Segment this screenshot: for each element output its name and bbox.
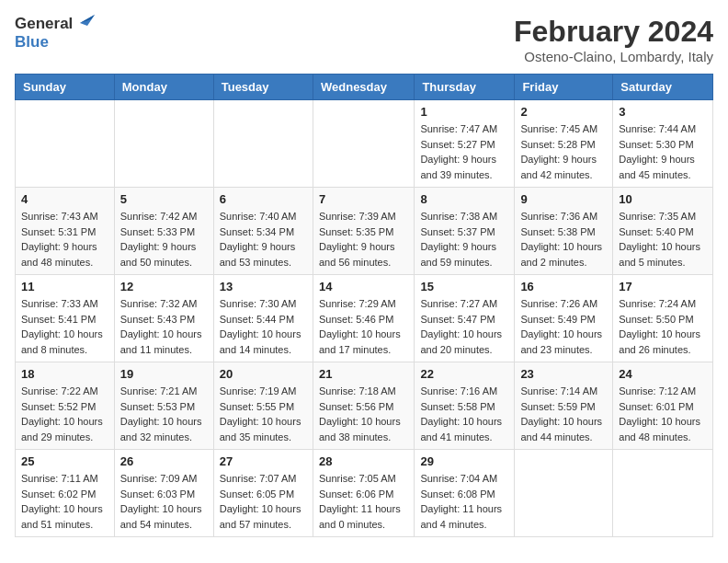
day-number: 29	[420, 454, 508, 468]
calendar-header-row: SundayMondayTuesdayWednesdayThursdayFrid…	[16, 75, 713, 100]
day-number: 14	[319, 280, 408, 293]
day-info: Sunrise: 7:18 AM Sunset: 5:56 PM Dayligh…	[319, 384, 408, 444]
day-number: 13	[220, 280, 307, 293]
calendar-cell: 9Sunrise: 7:36 AM Sunset: 5:38 PM Daylig…	[515, 188, 613, 275]
day-number: 3	[619, 105, 707, 119]
day-info: Sunrise: 7:24 AM Sunset: 5:50 PM Dayligh…	[619, 296, 707, 357]
page-subtitle: Osteno-Claino, Lombardy, Italy	[514, 49, 713, 64]
day-number: 1	[420, 105, 508, 119]
weekday-header-sunday: Sunday	[16, 75, 115, 100]
day-number: 26	[120, 454, 208, 468]
day-number: 12	[120, 280, 208, 293]
calendar-cell: 28Sunrise: 7:05 AM Sunset: 6:06 PM Dayli…	[313, 450, 414, 537]
calendar-cell: 16Sunrise: 7:26 AM Sunset: 5:49 PM Dayli…	[515, 275, 613, 362]
calendar-cell	[613, 450, 713, 537]
day-number: 25	[21, 454, 108, 468]
calendar-cell: 17Sunrise: 7:24 AM Sunset: 5:50 PM Dayli…	[613, 275, 713, 362]
calendar-cell: 18Sunrise: 7:22 AM Sunset: 5:52 PM Dayli…	[16, 362, 115, 450]
logo-general-text: General	[15, 15, 73, 33]
day-number: 19	[120, 367, 208, 381]
day-number: 16	[520, 280, 607, 293]
day-number: 7	[319, 192, 408, 206]
day-info: Sunrise: 7:26 AM Sunset: 5:49 PM Dayligh…	[520, 296, 607, 357]
day-number: 15	[420, 280, 508, 293]
day-info: Sunrise: 7:36 AM Sunset: 5:38 PM Dayligh…	[520, 209, 607, 270]
logo: General Blue	[15, 15, 95, 52]
calendar-cell: 6Sunrise: 7:40 AM Sunset: 5:34 PM Daylig…	[213, 188, 313, 275]
logo-blue-text: Blue	[15, 33, 49, 51]
calendar-week-row: 11Sunrise: 7:33 AM Sunset: 5:41 PM Dayli…	[16, 275, 713, 362]
day-info: Sunrise: 7:38 AM Sunset: 5:37 PM Dayligh…	[420, 209, 508, 270]
calendar-cell: 25Sunrise: 7:11 AM Sunset: 6:02 PM Dayli…	[16, 450, 115, 537]
weekday-header-wednesday: Wednesday	[313, 75, 414, 100]
day-number: 10	[619, 192, 707, 206]
calendar-cell: 11Sunrise: 7:33 AM Sunset: 5:41 PM Dayli…	[16, 275, 115, 362]
weekday-header-monday: Monday	[114, 75, 213, 100]
day-info: Sunrise: 7:14 AM Sunset: 5:59 PM Dayligh…	[520, 384, 607, 444]
calendar-cell	[114, 100, 213, 188]
calendar-cell	[515, 450, 613, 537]
day-number: 21	[319, 367, 408, 381]
calendar-week-row: 1Sunrise: 7:47 AM Sunset: 5:27 PM Daylig…	[16, 100, 713, 188]
day-info: Sunrise: 7:33 AM Sunset: 5:41 PM Dayligh…	[21, 296, 108, 357]
calendar-cell	[213, 100, 313, 188]
calendar-cell	[313, 100, 414, 188]
calendar-cell: 5Sunrise: 7:42 AM Sunset: 5:33 PM Daylig…	[114, 188, 213, 275]
calendar-cell: 14Sunrise: 7:29 AM Sunset: 5:46 PM Dayli…	[313, 275, 414, 362]
day-number: 6	[220, 192, 307, 206]
day-info: Sunrise: 7:29 AM Sunset: 5:46 PM Dayligh…	[319, 296, 408, 357]
day-info: Sunrise: 7:12 AM Sunset: 6:01 PM Dayligh…	[619, 384, 707, 444]
day-info: Sunrise: 7:11 AM Sunset: 6:02 PM Dayligh…	[21, 471, 108, 532]
calendar-week-row: 18Sunrise: 7:22 AM Sunset: 5:52 PM Dayli…	[16, 362, 713, 450]
calendar-cell: 1Sunrise: 7:47 AM Sunset: 5:27 PM Daylig…	[415, 100, 515, 188]
day-number: 17	[619, 280, 707, 293]
day-info: Sunrise: 7:22 AM Sunset: 5:52 PM Dayligh…	[21, 384, 108, 444]
day-info: Sunrise: 7:30 AM Sunset: 5:44 PM Dayligh…	[220, 296, 307, 357]
calendar-cell: 7Sunrise: 7:39 AM Sunset: 5:35 PM Daylig…	[313, 188, 414, 275]
calendar-cell: 29Sunrise: 7:04 AM Sunset: 6:08 PM Dayli…	[415, 450, 515, 537]
day-info: Sunrise: 7:35 AM Sunset: 5:40 PM Dayligh…	[619, 209, 707, 270]
calendar-cell: 13Sunrise: 7:30 AM Sunset: 5:44 PM Dayli…	[213, 275, 313, 362]
day-number: 22	[420, 367, 508, 381]
calendar-cell: 15Sunrise: 7:27 AM Sunset: 5:47 PM Dayli…	[415, 275, 515, 362]
day-info: Sunrise: 7:16 AM Sunset: 5:58 PM Dayligh…	[420, 384, 508, 444]
calendar-cell: 26Sunrise: 7:09 AM Sunset: 6:03 PM Dayli…	[114, 450, 213, 537]
day-number: 24	[619, 367, 707, 381]
day-info: Sunrise: 7:40 AM Sunset: 5:34 PM Dayligh…	[220, 209, 307, 270]
calendar-cell: 4Sunrise: 7:43 AM Sunset: 5:31 PM Daylig…	[16, 188, 115, 275]
calendar-cell: 20Sunrise: 7:19 AM Sunset: 5:55 PM Dayli…	[213, 362, 313, 450]
day-info: Sunrise: 7:19 AM Sunset: 5:55 PM Dayligh…	[220, 384, 307, 444]
day-info: Sunrise: 7:27 AM Sunset: 5:47 PM Dayligh…	[420, 296, 508, 357]
day-info: Sunrise: 7:43 AM Sunset: 5:31 PM Dayligh…	[21, 209, 108, 270]
calendar-cell: 12Sunrise: 7:32 AM Sunset: 5:43 PM Dayli…	[114, 275, 213, 362]
header: General Blue February 2024 Osteno-Claino…	[15, 15, 713, 64]
calendar-cell: 21Sunrise: 7:18 AM Sunset: 5:56 PM Dayli…	[313, 362, 414, 450]
day-number: 23	[520, 367, 607, 381]
day-number: 4	[21, 192, 108, 206]
day-info: Sunrise: 7:39 AM Sunset: 5:35 PM Dayligh…	[319, 209, 408, 270]
day-number: 28	[319, 454, 408, 468]
calendar-cell: 23Sunrise: 7:14 AM Sunset: 5:59 PM Dayli…	[515, 362, 613, 450]
day-info: Sunrise: 7:44 AM Sunset: 5:30 PM Dayligh…	[619, 121, 707, 182]
calendar-cell: 8Sunrise: 7:38 AM Sunset: 5:37 PM Daylig…	[415, 188, 515, 275]
calendar-cell: 22Sunrise: 7:16 AM Sunset: 5:58 PM Dayli…	[415, 362, 515, 450]
calendar-cell: 19Sunrise: 7:21 AM Sunset: 5:53 PM Dayli…	[114, 362, 213, 450]
day-info: Sunrise: 7:42 AM Sunset: 5:33 PM Dayligh…	[120, 209, 208, 270]
calendar-cell: 10Sunrise: 7:35 AM Sunset: 5:40 PM Dayli…	[613, 188, 713, 275]
calendar-cell: 2Sunrise: 7:45 AM Sunset: 5:28 PM Daylig…	[515, 100, 613, 188]
day-info: Sunrise: 7:04 AM Sunset: 6:08 PM Dayligh…	[420, 471, 508, 532]
title-area: February 2024 Osteno-Claino, Lombardy, I…	[514, 15, 713, 64]
weekday-header-tuesday: Tuesday	[213, 75, 313, 100]
day-number: 2	[520, 105, 607, 119]
calendar-week-row: 25Sunrise: 7:11 AM Sunset: 6:02 PM Dayli…	[16, 450, 713, 537]
day-info: Sunrise: 7:05 AM Sunset: 6:06 PM Dayligh…	[319, 471, 408, 532]
day-number: 18	[21, 367, 108, 381]
day-info: Sunrise: 7:47 AM Sunset: 5:27 PM Dayligh…	[420, 121, 508, 182]
weekday-header-saturday: Saturday	[613, 75, 713, 100]
calendar-cell: 3Sunrise: 7:44 AM Sunset: 5:30 PM Daylig…	[613, 100, 713, 188]
calendar-cell	[16, 100, 115, 188]
day-number: 11	[21, 280, 108, 293]
day-number: 9	[520, 192, 607, 206]
day-info: Sunrise: 7:21 AM Sunset: 5:53 PM Dayligh…	[120, 384, 208, 444]
calendar-cell: 24Sunrise: 7:12 AM Sunset: 6:01 PM Dayli…	[613, 362, 713, 450]
